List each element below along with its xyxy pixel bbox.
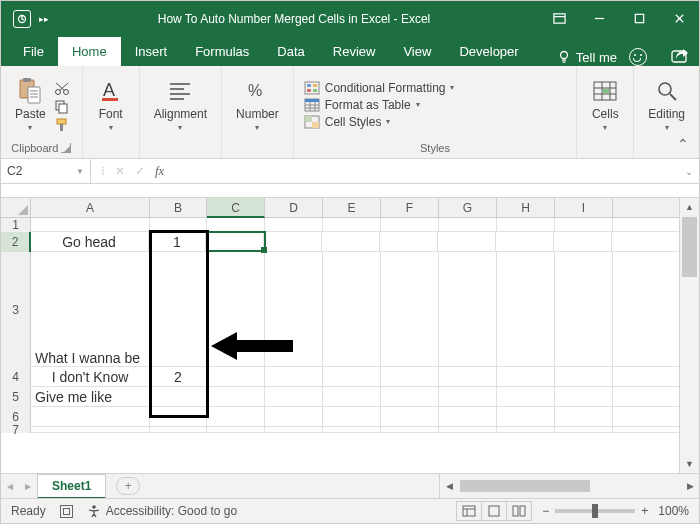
svg-line-53 — [670, 94, 676, 100]
col-header[interactable]: H — [497, 198, 555, 217]
cell[interactable]: What I wanna be — [31, 252, 150, 366]
svg-rect-36 — [313, 89, 317, 92]
alignment-button[interactable]: Alignment ▾ — [150, 75, 211, 134]
tab-data[interactable]: Data — [263, 37, 318, 66]
format-painter-icon[interactable] — [54, 118, 72, 132]
copy-icon[interactable] — [54, 100, 72, 114]
col-header[interactable]: E — [323, 198, 381, 217]
ribbon-display-icon[interactable] — [539, 1, 579, 36]
add-sheet-button[interactable]: + — [116, 477, 140, 495]
cell[interactable]: I don't Know — [31, 367, 150, 386]
zoom-in-button[interactable]: + — [641, 504, 648, 518]
tell-me[interactable]: Tell me — [557, 50, 617, 65]
editing-button[interactable]: Editing ▾ — [644, 75, 689, 134]
macro-record-icon[interactable] — [60, 505, 73, 518]
select-all-corner[interactable] — [1, 198, 31, 217]
cell[interactable]: Go head — [30, 232, 149, 251]
scroll-left-icon[interactable]: ◀ — [440, 481, 458, 491]
close-icon[interactable] — [659, 1, 699, 36]
minimize-icon[interactable] — [579, 1, 619, 36]
sheet-nav-prev-icon[interactable]: ◂ — [1, 479, 19, 493]
col-header[interactable]: B — [150, 198, 207, 217]
svg-rect-59 — [489, 506, 499, 516]
col-header[interactable]: D — [265, 198, 323, 217]
conditional-formatting-button[interactable]: Conditional Formatting ▾ — [304, 81, 455, 95]
group-clipboard: Paste ▾ Clipboard — [1, 66, 83, 158]
col-header[interactable]: G — [439, 198, 497, 217]
name-box[interactable]: C2 ▼ — [1, 159, 91, 183]
zoom-level[interactable]: 100% — [658, 504, 689, 518]
svg-rect-22 — [59, 104, 67, 113]
row-header[interactable]: 4 — [1, 367, 31, 387]
accessibility-status[interactable]: Accessibility: Good to go — [87, 504, 237, 518]
cell-styles-button[interactable]: Cell Styles ▾ — [304, 115, 391, 129]
format-as-table-button[interactable]: Format as Table ▾ — [304, 98, 420, 112]
tab-file[interactable]: File — [9, 37, 58, 66]
cell[interactable]: Give me like — [31, 387, 150, 406]
zoom-slider[interactable]: − + — [542, 504, 648, 518]
tab-review[interactable]: Review — [319, 37, 390, 66]
zoom-out-button[interactable]: − — [542, 504, 549, 518]
fx-icon[interactable]: fx — [155, 163, 164, 179]
font-label: Font — [99, 107, 123, 121]
cancel-icon[interactable]: ✕ — [115, 164, 125, 178]
excel-window: ▸▸ How To Auto Number Merged Cells in Ex… — [0, 0, 700, 524]
cells-button[interactable]: Cells ▾ — [587, 75, 623, 134]
sheet-nav-next-icon[interactable]: ▸ — [19, 479, 37, 493]
tab-developer[interactable]: Developer — [445, 37, 532, 66]
row-header[interactable]: 1 — [1, 218, 31, 232]
col-header[interactable]: F — [381, 198, 439, 217]
qat-customize-icon[interactable]: ▸▸ — [39, 14, 49, 24]
svg-rect-61 — [520, 506, 525, 516]
svg-rect-56 — [463, 506, 475, 516]
row-header[interactable]: 7 — [1, 427, 31, 433]
tab-insert[interactable]: Insert — [121, 37, 182, 66]
autosave-icon[interactable] — [13, 10, 31, 28]
scroll-thumb[interactable] — [460, 480, 590, 492]
cond-fmt-label: Conditional Formatting — [325, 81, 446, 95]
share-icon[interactable] — [671, 49, 689, 65]
annotation-arrow-icon — [211, 329, 293, 363]
paste-button[interactable]: Paste ▾ — [11, 75, 50, 134]
ribbon: Paste ▾ Clipboard A Font ▾ — [1, 66, 699, 159]
row-header[interactable]: 3 — [1, 252, 31, 367]
scroll-thumb[interactable] — [682, 217, 697, 277]
row-header[interactable]: 2 — [1, 232, 31, 252]
maximize-icon[interactable] — [619, 1, 659, 36]
dialog-launcher-icon[interactable] — [61, 143, 71, 153]
scroll-right-icon[interactable]: ▶ — [681, 481, 699, 491]
vertical-scrollbar[interactable]: ▲ ▼ — [679, 198, 699, 473]
horizontal-scrollbar[interactable]: ◀ ▶ — [439, 474, 699, 498]
scroll-up-icon[interactable]: ▲ — [680, 198, 699, 216]
expand-formula-icon[interactable]: ⌄ — [679, 166, 699, 177]
tab-view[interactable]: View — [389, 37, 445, 66]
font-button[interactable]: A Font ▾ — [93, 75, 129, 134]
cells-label: Cells — [592, 107, 619, 121]
scroll-down-icon[interactable]: ▼ — [680, 455, 699, 473]
enter-icon[interactable]: ✓ — [135, 164, 145, 178]
col-header[interactable]: I — [555, 198, 613, 217]
col-header[interactable]: C — [207, 198, 265, 218]
number-button[interactable]: % Number ▾ — [232, 75, 283, 134]
row-header[interactable]: 5 — [1, 387, 31, 407]
group-number: % Number ▾ — [222, 66, 294, 158]
page-layout-view-icon[interactable] — [481, 501, 507, 521]
tab-formulas[interactable]: Formulas — [181, 37, 263, 66]
formula-input[interactable] — [174, 159, 679, 183]
sheet-tab[interactable]: Sheet1 — [37, 474, 106, 499]
col-header[interactable]: A — [31, 198, 150, 217]
svg-point-55 — [92, 505, 96, 509]
feedback-icon[interactable] — [629, 48, 647, 66]
normal-view-icon[interactable] — [456, 501, 482, 521]
paste-label: Paste — [15, 107, 46, 121]
cell[interactable]: 1 — [149, 232, 206, 251]
cut-icon[interactable] — [54, 82, 72, 96]
worksheet-grid[interactable]: A B C D E F G H I 1 2Go head1 3What I wa… — [1, 198, 699, 473]
cell[interactable]: 2 — [150, 367, 207, 386]
page-break-view-icon[interactable] — [506, 501, 532, 521]
chevron-down-icon: ▾ — [450, 83, 454, 92]
svg-rect-24 — [60, 124, 63, 131]
tab-home[interactable]: Home — [58, 37, 121, 66]
clipboard-label: Clipboard — [11, 142, 58, 154]
collapse-ribbon-icon[interactable]: ⌃ — [677, 136, 689, 152]
